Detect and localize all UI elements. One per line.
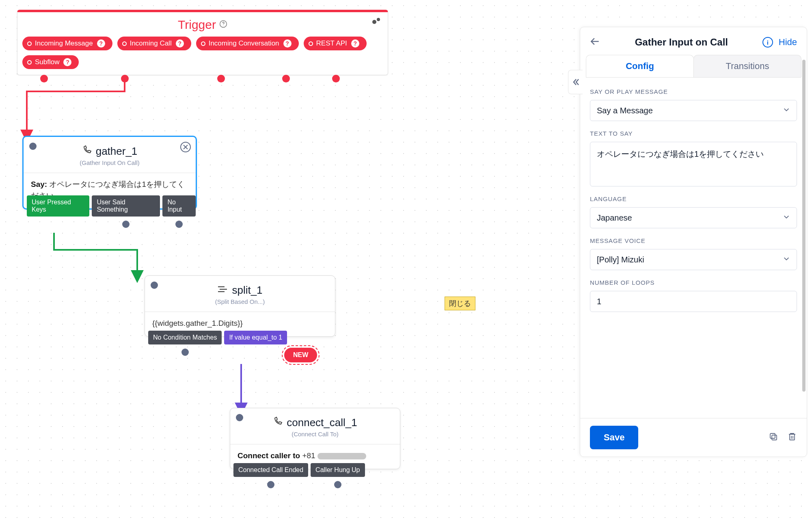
trigger-events: Incoming Message? Incoming Call? Incomin… — [17, 35, 388, 75]
close-label[interactable]: 閉じる — [445, 297, 475, 310]
out-user-said-something[interactable]: User Said Something — [92, 195, 160, 217]
svg-point-7 — [372, 20, 376, 24]
svg-rect-16 — [770, 433, 775, 438]
svg-point-8 — [377, 18, 380, 21]
panel-body[interactable]: SAY OR PLAY MESSAGE Say a Message TEXT T… — [580, 78, 807, 418]
event-incoming-message[interactable]: Incoming Message? — [22, 37, 112, 50]
language-select[interactable]: Japanese — [590, 207, 797, 228]
tab-transitions[interactable]: Transitions — [693, 55, 801, 77]
connector-dot[interactable] — [282, 75, 290, 82]
help-icon[interactable]: ? — [63, 58, 71, 66]
split-node[interactable]: split_1 (Split Based On...) {{widgets.ga… — [145, 275, 335, 337]
phone-icon — [273, 416, 283, 429]
hide-link[interactable]: Hide — [779, 37, 797, 48]
panel-title: Gather Input on Call — [606, 37, 757, 48]
label-voice: MESSAGE VOICE — [590, 237, 797, 244]
node-title: gather_1 — [96, 145, 138, 158]
label-language: LANGUAGE — [590, 195, 797, 202]
out-equal-to-1[interactable]: If value equal_to 1 — [224, 331, 287, 344]
save-button[interactable]: Save — [590, 426, 638, 449]
connector-dot[interactable] — [40, 75, 48, 82]
out-connected-ended[interactable]: Connected Call Ended — [233, 463, 308, 477]
svg-point-6 — [223, 25, 223, 26]
label-loops: NUMBER OF LOOPS — [590, 279, 797, 286]
connector-dot[interactable] — [217, 75, 225, 82]
gather-node[interactable]: gather_1 (Gather Input On Call) Say: オペレ… — [22, 136, 197, 210]
panel-scrollbar[interactable] — [802, 60, 806, 392]
phone-icon — [82, 145, 92, 158]
connector-dot[interactable] — [121, 75, 129, 82]
tab-config[interactable]: Config — [586, 55, 694, 77]
voice-select[interactable]: [Polly] Mizuki — [590, 249, 797, 270]
help-icon[interactable]: ? — [97, 39, 105, 48]
node-title: connect_call_1 — [287, 416, 357, 429]
split-icon — [217, 284, 228, 297]
node-subtitle: (Gather Input On Call) — [80, 159, 140, 166]
help-icon[interactable]: ? — [176, 39, 184, 48]
new-transition-button[interactable]: NEW — [284, 348, 317, 362]
svg-rect-15 — [772, 435, 777, 440]
connector-dot[interactable] — [334, 481, 341, 488]
event-subflow[interactable]: Subflow? — [22, 55, 79, 69]
chevron-down-icon — [783, 213, 790, 223]
back-arrow-icon[interactable] — [590, 36, 600, 48]
redacted-number — [317, 453, 366, 459]
node-title: split_1 — [232, 284, 262, 297]
trigger-title: Trigger — [178, 18, 216, 32]
help-icon[interactable] — [219, 20, 227, 30]
out-no-condition[interactable]: No Condition Matches — [148, 331, 222, 344]
connect-call-node[interactable]: connect_call_1 (Connect Call To) Connect… — [230, 408, 400, 469]
connector-dot[interactable] — [175, 221, 183, 228]
delete-icon[interactable] — [787, 432, 797, 443]
out-caller-hung-up[interactable]: Caller Hung Up — [311, 463, 365, 477]
text-to-say-input[interactable]: オペレータにつなぎ場合は1を押してください — [590, 142, 797, 186]
chevron-down-icon — [783, 106, 790, 115]
phone-prefix: +81 — [302, 451, 315, 460]
event-incoming-call[interactable]: Incoming Call? — [117, 37, 191, 50]
label-say-or-play: SAY OR PLAY MESSAGE — [590, 88, 797, 95]
help-icon[interactable]: ? — [351, 39, 359, 48]
settings-gears-icon[interactable] — [371, 16, 382, 28]
duplicate-icon[interactable] — [769, 432, 778, 443]
out-no-input[interactable]: No Input — [162, 195, 196, 217]
connector-dot[interactable] — [332, 75, 340, 82]
trigger-node[interactable]: Trigger Incoming Message? Incoming Call?… — [17, 10, 388, 75]
out-user-pressed-keys[interactable]: User Pressed Keys — [27, 195, 89, 217]
svg-rect-17 — [790, 434, 795, 440]
say-or-play-select[interactable]: Say a Message — [590, 100, 797, 121]
connector-dot[interactable] — [122, 221, 130, 228]
inspector-panel: Gather Input on Call i Hide Config Trans… — [580, 27, 807, 457]
node-subtitle: (Split Based On...) — [215, 298, 265, 305]
connector-dot[interactable] — [181, 349, 189, 356]
panel-tabs: Config Transitions — [586, 55, 801, 78]
loops-input[interactable]: 1 — [590, 291, 797, 312]
collapse-panel-button[interactable] — [568, 70, 583, 94]
event-rest-api[interactable]: REST API? — [304, 37, 367, 50]
event-incoming-conversation[interactable]: Incoming Conversation? — [196, 37, 299, 50]
chevron-down-icon — [783, 255, 790, 264]
info-icon[interactable]: i — [762, 37, 773, 48]
node-subtitle: (Connect Call To) — [292, 431, 339, 438]
connector-dot[interactable] — [267, 481, 274, 488]
help-icon[interactable]: ? — [283, 39, 292, 48]
label-text-to-say: TEXT TO SAY — [590, 130, 797, 137]
